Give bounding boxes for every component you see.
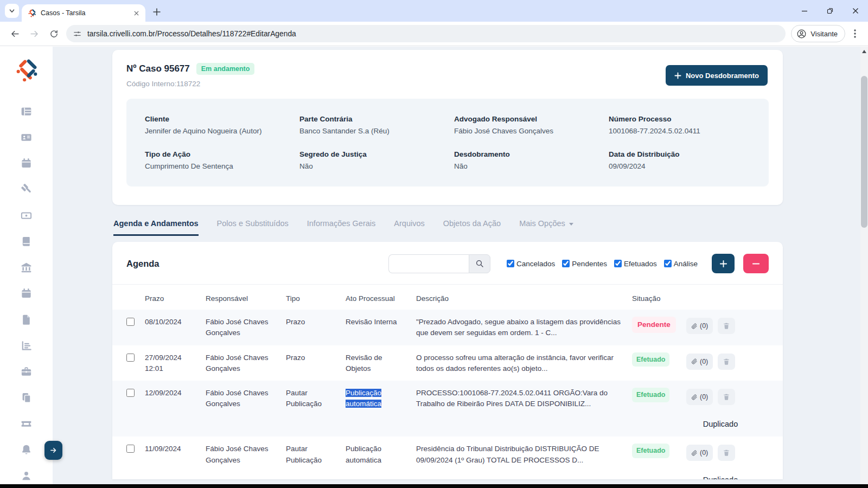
- cell-situacao: Efetuado: [632, 444, 686, 466]
- row-checkbox[interactable]: [126, 445, 135, 453]
- sidebar-expand-button[interactable]: [44, 441, 62, 460]
- back-button[interactable]: [5, 24, 24, 43]
- page-tab[interactable]: Arquivos: [394, 219, 424, 234]
- cell-descricao: O processo sofreu uma alteração de instâ…: [416, 352, 632, 375]
- search-button[interactable]: [469, 254, 490, 273]
- tarsila-logo[interactable]: [14, 57, 39, 85]
- bell-icon[interactable]: [20, 444, 33, 456]
- cell-prazo: 27/09/2024 12:01: [145, 352, 206, 375]
- cell-responsavel: Fábio José Chaves Gonçalves: [206, 317, 286, 339]
- page-tab[interactable]: Mais Opções: [519, 219, 573, 234]
- trash-icon: [723, 393, 730, 401]
- chevron-down-icon: [9, 8, 15, 14]
- delete-button[interactable]: [718, 389, 735, 405]
- attachments-button[interactable]: (0): [686, 318, 713, 334]
- row-checkbox[interactable]: [126, 354, 135, 362]
- arrow-right-icon: [29, 29, 40, 39]
- tab-search-button[interactable]: [5, 4, 19, 18]
- cell-ato-processual: Publicação automática: [346, 388, 416, 410]
- internal-code: Código Interno:118722: [126, 80, 254, 88]
- scrollbar-up-arrow[interactable]: [862, 50, 866, 53]
- filter-checkbox[interactable]: Efetuados: [614, 260, 657, 268]
- ticket-icon[interactable]: [20, 418, 33, 430]
- browser-tab[interactable]: Casos - Tarsila: [22, 4, 145, 22]
- status-filters: Cancelados Pendentes Efetuados: [507, 260, 698, 268]
- close-icon: [852, 8, 859, 14]
- cell-responsavel: Fábio José Chaves Gonçalves: [206, 352, 286, 375]
- new-desdobramento-button[interactable]: Novo Desdobramento: [666, 65, 768, 86]
- cell-ato-processual: Publicação automática: [346, 444, 416, 466]
- reload-button[interactable]: [44, 24, 63, 43]
- search-input[interactable]: [388, 254, 469, 273]
- calendar-icon[interactable]: [20, 157, 33, 170]
- checkbox[interactable]: [562, 260, 570, 267]
- arrow-right-icon: [49, 446, 58, 454]
- column-header: Situação: [632, 294, 686, 303]
- window-close-button[interactable]: [843, 0, 868, 22]
- page-tab[interactable]: Agenda e Andamentos: [113, 219, 199, 236]
- search-icon: [475, 259, 484, 268]
- page-tab[interactable]: Objetos da Ação: [443, 219, 501, 234]
- user-icon[interactable]: [20, 470, 33, 482]
- row-actions: (0): [686, 352, 769, 375]
- page-tab[interactable]: Polos e Substituídos: [217, 219, 289, 234]
- delete-button[interactable]: [718, 354, 735, 370]
- profile-label: Visitante: [810, 30, 838, 38]
- row-checkbox[interactable]: [126, 389, 135, 397]
- table-row: 12/09/2024 Fábio José Chaves Gonçalves P…: [112, 381, 783, 436]
- checkbox[interactable]: [614, 260, 622, 267]
- attachments-button[interactable]: (0): [686, 445, 713, 461]
- book-icon[interactable]: [20, 235, 33, 248]
- remove-agenda-button[interactable]: [743, 254, 769, 273]
- row-checkbox[interactable]: [126, 318, 135, 326]
- bank-icon[interactable]: [20, 261, 33, 274]
- info-field: Parte Contrária Banco Santander S.a (Réu…: [299, 115, 454, 135]
- banknote-icon[interactable]: [20, 209, 33, 222]
- url-bar[interactable]: tarsila.crivelli.com.br/Processo/Detalhe…: [66, 25, 786, 42]
- checkbox[interactable]: [507, 260, 514, 267]
- cell-situacao: Efetuado: [632, 352, 686, 375]
- close-icon: [134, 11, 139, 16]
- page-title: Nº Caso 95677: [126, 63, 190, 74]
- grid-list-icon[interactable]: [20, 105, 33, 118]
- delete-button[interactable]: [718, 445, 735, 461]
- window-restore-button[interactable]: [817, 0, 843, 22]
- contact-card-icon[interactable]: [20, 131, 33, 144]
- column-header: Prazo: [145, 294, 206, 303]
- page-viewport: Nº Caso 95677 Em andamento Código Intern…: [0, 47, 868, 484]
- bar-chart-icon[interactable]: [20, 339, 33, 352]
- agenda-panel: Agenda Cancelados: [112, 242, 783, 479]
- duplicado-label: Duplicado: [686, 474, 769, 479]
- page-scrollbar[interactable]: [860, 47, 868, 484]
- filter-checkbox[interactable]: Pendentes: [562, 260, 607, 268]
- cell-tipo: Pautar Publicação: [286, 388, 346, 410]
- scrollbar-thumb[interactable]: [861, 76, 867, 228]
- delete-button[interactable]: [718, 318, 735, 334]
- profile-button[interactable]: Visitante: [791, 25, 845, 42]
- gavel-icon[interactable]: [20, 183, 33, 196]
- user-circle-icon: [796, 29, 807, 39]
- page-tab[interactable]: Informações Gerais: [307, 219, 376, 234]
- filter-checkbox[interactable]: Cancelados: [507, 260, 555, 268]
- cell-tipo: Prazo: [286, 352, 346, 375]
- tab-close-button[interactable]: [131, 8, 141, 18]
- filter-checkbox[interactable]: Análise: [664, 260, 698, 268]
- window-minimize-button[interactable]: [792, 0, 817, 22]
- app-sidebar: [0, 47, 53, 484]
- cell-ato-processual: Revisão Interna: [346, 317, 416, 339]
- attachments-button[interactable]: (0): [686, 389, 713, 405]
- new-tab-button[interactable]: [150, 5, 164, 19]
- browser-menu-button[interactable]: [847, 24, 863, 43]
- calendar2-icon[interactable]: [20, 287, 33, 300]
- kebab-menu-icon: [854, 29, 856, 38]
- copy-icon[interactable]: [20, 391, 33, 404]
- checkbox[interactable]: [664, 260, 672, 267]
- attachments-button[interactable]: (0): [686, 354, 713, 370]
- document-icon[interactable]: [20, 313, 33, 326]
- site-settings-icon: [73, 29, 82, 38]
- row-actions: (0): [686, 444, 769, 466]
- add-agenda-button[interactable]: [712, 254, 735, 273]
- forward-button[interactable]: [25, 24, 43, 43]
- briefcase-icon[interactable]: [20, 365, 33, 378]
- minus-icon: [752, 260, 760, 268]
